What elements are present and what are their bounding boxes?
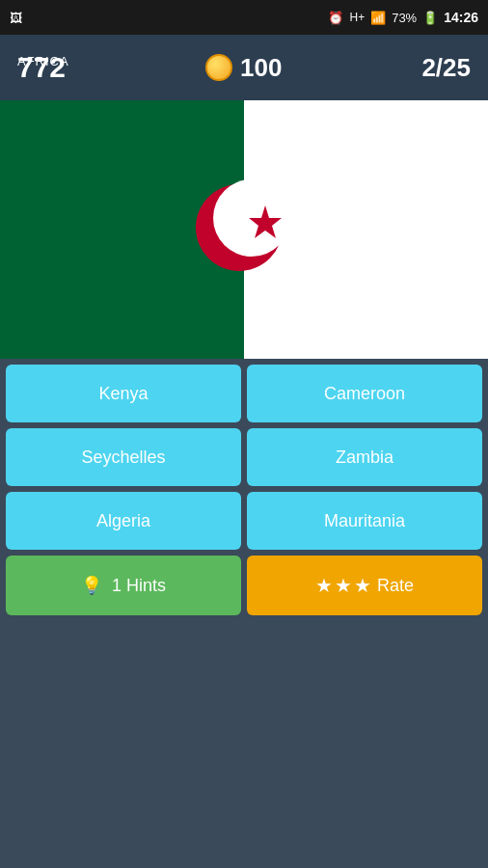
action-row: 💡 1 Hints ★ ★ ★ Rate [6, 556, 482, 615]
answer-row-2: Seychelles Zambia [6, 428, 482, 486]
answer-seychelles[interactable]: Seychelles [6, 428, 241, 486]
signal-icon: 📶 [370, 11, 386, 25]
hint-button[interactable]: 💡 1 Hints [6, 556, 241, 615]
crescent-star-svg [186, 165, 302, 290]
region-label: AFRICA [17, 54, 69, 68]
status-time: 14:26 [444, 10, 478, 25]
background-area [0, 615, 488, 868]
screenshot-icon: 🖼 [10, 11, 22, 25]
rate-label: Rate [377, 576, 414, 596]
star-3: ★ [354, 574, 371, 597]
answer-kenya[interactable]: Kenya [6, 365, 241, 422]
status-right: ⏰ H+ 📶 73% 🔋 14:26 [328, 10, 478, 25]
answer-buttons-area: Kenya Cameroon Seychelles Zambia Algeria… [0, 359, 488, 550]
battery-icon: 🔋 [422, 11, 438, 25]
boost-icon: H+ [349, 11, 365, 24]
stars-display: ★ ★ ★ [315, 574, 371, 597]
bulb-icon: 💡 [81, 575, 102, 596]
answer-row-3: Algeria Mauritania [6, 492, 482, 550]
star-2: ★ [335, 574, 352, 597]
star-1: ★ [315, 574, 333, 597]
rate-button[interactable]: ★ ★ ★ Rate [247, 556, 482, 615]
coin-icon [205, 54, 232, 81]
hint-label: 1 Hints [112, 576, 166, 596]
header: 772 100 2/25 [0, 35, 488, 100]
alarm-icon: ⏰ [328, 11, 343, 25]
coins-value: 100 [240, 53, 282, 83]
answer-mauritania[interactable]: Mauritania [247, 492, 482, 550]
flag-image [0, 100, 488, 359]
flag-emblem [186, 165, 302, 294]
answer-algeria[interactable]: Algeria [6, 492, 241, 550]
answer-cameroon[interactable]: Cameroon [247, 365, 482, 422]
coins-display: 100 [205, 53, 282, 83]
status-bar: 🖼 ⏰ H+ 📶 73% 🔋 14:26 [0, 0, 488, 35]
progress-value: 2/25 [421, 53, 471, 83]
answer-row-1: Kenya Cameroon [6, 365, 482, 422]
battery-level: 73% [392, 11, 417, 25]
answer-zambia[interactable]: Zambia [247, 428, 482, 486]
status-left: 🖼 [10, 11, 22, 25]
